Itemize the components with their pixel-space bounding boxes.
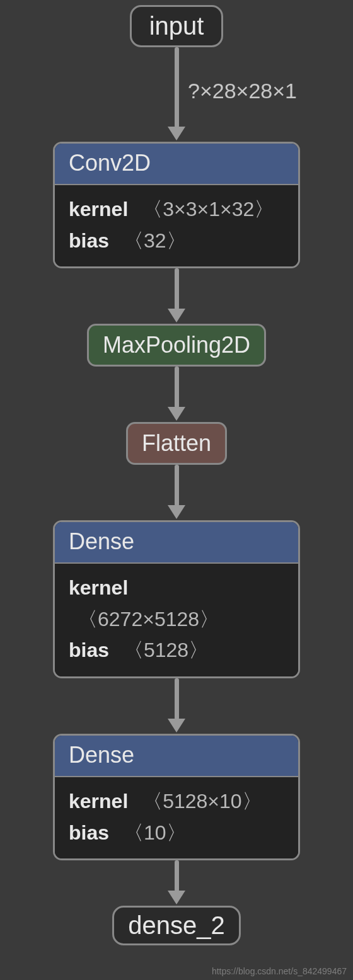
- node-dense2: Dense kernel 〈5128×10〉 bias 〈10〉: [53, 734, 300, 860]
- edge-dense2-output: [168, 860, 185, 906]
- dense1-kernel-value: 〈6272×5128〉: [78, 608, 219, 630]
- node-dense1: Dense kernel 〈6272×5128〉 bias 〈5128〉: [53, 520, 300, 678]
- node-conv2d: Conv2D kernel 〈3×3×1×32〉 bias 〈32〉: [53, 142, 300, 268]
- dense1-bias-label: bias: [69, 639, 109, 661]
- node-dense1-title: Dense: [55, 522, 298, 564]
- dense1-kernel-label: kernel: [69, 576, 128, 599]
- edge-flatten-dense1: [168, 465, 185, 520]
- conv2d-kernel-value: 〈3×3×1×32〉: [142, 198, 274, 220]
- node-maxpool-label: MaxPooling2D: [103, 332, 250, 358]
- conv2d-bias-label: bias: [69, 229, 109, 252]
- conv2d-bias-value: 〈32〉: [124, 229, 187, 252]
- dense2-kernel-label: kernel: [69, 790, 128, 812]
- edge-input-conv2d: ?×28×28×1: [168, 47, 185, 142]
- watermark: https://blog.csdn.net/s_842499467: [212, 966, 347, 976]
- node-flatten-label: Flatten: [142, 430, 211, 456]
- edge-maxpool-flatten: [168, 367, 185, 422]
- dense2-bias-value: 〈10〉: [124, 821, 187, 844]
- node-dense1-body: kernel 〈6272×5128〉 bias 〈5128〉: [55, 564, 298, 676]
- node-maxpool: MaxPooling2D: [87, 324, 266, 367]
- dense1-bias-value: 〈5128〉: [124, 639, 209, 661]
- edge-dense1-dense2: [168, 678, 185, 734]
- node-output-label: dense_2: [128, 911, 224, 939]
- node-flatten: Flatten: [126, 422, 227, 465]
- conv2d-kernel-label: kernel: [69, 198, 128, 220]
- edge-label-shape: ?×28×28×1: [188, 79, 297, 103]
- dense2-bias-label: bias: [69, 821, 109, 844]
- node-conv2d-body: kernel 〈3×3×1×32〉 bias 〈32〉: [55, 185, 298, 266]
- node-dense2-body: kernel 〈5128×10〉 bias 〈10〉: [55, 777, 298, 858]
- node-dense2-title: Dense: [55, 736, 298, 777]
- dense2-kernel-value: 〈5128×10〉: [142, 790, 262, 812]
- node-input-label: input: [149, 12, 204, 40]
- node-output: dense_2: [112, 906, 240, 945]
- node-conv2d-title: Conv2D: [55, 144, 298, 185]
- node-input: input: [130, 5, 224, 47]
- edge-conv2d-maxpool: [168, 268, 185, 324]
